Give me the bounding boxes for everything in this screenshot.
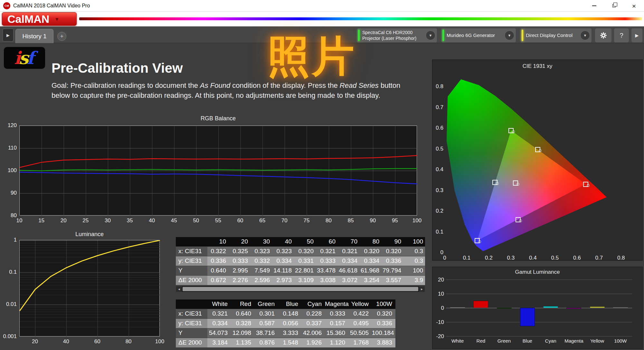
table-cell: 33.478	[317, 266, 339, 275]
x-axis-tick-label: 0	[439, 255, 450, 261]
meter-dropdown-button[interactable]: ▼	[426, 31, 435, 40]
category-label: Yellow	[586, 338, 609, 344]
table-header-row: 102030405060708090100	[176, 237, 425, 246]
y-axis-tick-label: 110	[3, 145, 17, 151]
table-cell: 12.098	[231, 328, 254, 338]
column-header: 50	[295, 237, 317, 246]
column-header: 60	[317, 237, 339, 246]
table-row: ΔE 20000.6722.2762.5962.9733.1093.0383.0…	[176, 275, 425, 285]
x-axis-tick-label: 80	[323, 217, 335, 224]
row-label: ΔE 2000	[176, 338, 207, 347]
row-label: y: CIE31	[176, 318, 207, 328]
help-button[interactable]: ?	[614, 28, 629, 43]
x-axis-tick-label: 40	[60, 338, 72, 345]
table-cell: 3.883	[372, 338, 395, 347]
x-axis-tick-label: 10	[14, 217, 25, 224]
collapse-panel-button[interactable]: ▶	[631, 28, 643, 43]
help-icon: ?	[620, 32, 623, 39]
isf-logo: i s f	[4, 47, 45, 69]
display-control-dropdown[interactable]: Direct Display Control ▼	[520, 28, 592, 43]
calman-logo-text: CalMAN	[7, 13, 49, 25]
display-status-indicator	[522, 30, 523, 41]
generator-status-indicator	[442, 30, 444, 41]
table-cell: 7.549	[251, 266, 273, 275]
row-label: x: CIE31	[176, 309, 207, 318]
x-axis-tick-label: 75	[301, 217, 312, 224]
tab-history-1[interactable]: History 1	[15, 29, 53, 43]
meter-dropdown[interactable]: SpectraCal C6 HDR2000 Projector (Laser P…	[357, 28, 437, 43]
gridline	[446, 336, 632, 336]
x-axis-tick-label: 25	[80, 217, 91, 224]
y-axis-tick-label: 0.2	[432, 208, 443, 214]
row-label: ΔE 2000	[176, 275, 207, 285]
scroll-left-button[interactable]: ◄	[176, 286, 182, 292]
rgb-balance-lines	[20, 126, 417, 216]
display-dropdown-button[interactable]: ▼	[580, 31, 590, 40]
table-cell: 3.254	[361, 275, 383, 285]
tab-scroll-button[interactable]: ▶	[3, 29, 14, 41]
scroll-right-button[interactable]: ►	[419, 286, 425, 292]
table-header-row: WhiteRedGreenBlueCyanMagentaYellow100W	[176, 299, 395, 309]
tab-label: History 1	[23, 33, 47, 40]
table-cell: 100	[404, 266, 425, 275]
table-cell: 1.120	[325, 338, 348, 347]
table-cell: 0.334	[207, 318, 231, 328]
measurement-point-green	[512, 130, 515, 133]
x-axis-tick-label: 35	[124, 217, 136, 224]
y-axis-tick-label: 0	[432, 249, 443, 256]
restore-icon	[612, 4, 616, 7]
table-scrollbar[interactable]: ◄ ►	[176, 286, 425, 292]
table-cell: 0.333	[325, 309, 348, 318]
table-row: y: CIE310.3340.3280.5870.0560.3370.1570.…	[176, 318, 395, 328]
column-header: 90	[383, 237, 404, 246]
table-cell: 0.332	[251, 256, 273, 266]
rainbow-strip	[79, 17, 642, 20]
table-cell: 1.135	[231, 338, 254, 347]
isf-letter-s: s	[19, 48, 26, 68]
y-axis-tick-label: 0	[432, 305, 444, 311]
y-axis-tick-label: 90	[3, 190, 17, 196]
goal-text-line2: below to capture the pre-calibration rea…	[52, 91, 380, 99]
settings-button[interactable]	[595, 28, 612, 43]
y-axis-tick-label: 0.001	[3, 333, 17, 340]
scroll-thumb[interactable]	[183, 287, 418, 291]
page-title: Pre-Calibration View	[52, 60, 183, 76]
add-tab-button[interactable]: +	[57, 32, 66, 41]
bar-100w	[613, 307, 628, 308]
table-cell: 0.333	[317, 256, 339, 266]
table-cell: 22.801	[295, 266, 317, 275]
restore-button[interactable]	[604, 0, 624, 12]
minimize-button[interactable]	[584, 0, 604, 12]
table-cell: 0.336	[372, 318, 395, 328]
y-axis-tick-label: 0.8	[432, 83, 443, 90]
table-cell: 0.331	[295, 256, 317, 266]
column-header: Magenta	[325, 299, 348, 309]
x-axis-tick-label: 0.8	[615, 255, 627, 261]
x-axis-tick-label: 60	[91, 338, 103, 345]
column-header: Yellow	[348, 299, 372, 309]
y-axis-tick-label: 0.4	[432, 166, 443, 173]
app-icon: CM	[3, 2, 10, 9]
table-cell: 0.301	[254, 309, 278, 318]
chevron-down-icon: ▼	[583, 33, 587, 37]
table-cell: 0.333	[229, 256, 251, 266]
generator-dropdown[interactable]: Murideo 6G Generator ▼	[441, 28, 516, 43]
generator-dropdown-button[interactable]: ▼	[505, 31, 514, 40]
column-header: 20	[229, 237, 251, 246]
table-cell: 2.596	[251, 275, 273, 285]
x-axis-tick-label: 60	[234, 217, 246, 224]
bar-blue	[520, 308, 535, 326]
y-axis-tick-label: -10	[432, 319, 444, 326]
table-cell: 0.640	[231, 309, 254, 318]
calman-menu-button[interactable]: CalMAN ▼	[2, 12, 77, 26]
table-row: x: CIE310.3220.3250.3230.3230.3200.3210.…	[176, 246, 425, 256]
goal-text: Goal: Pre-calibration readings to docume…	[52, 80, 431, 100]
close-button[interactable]: ×	[624, 0, 644, 12]
x-axis-tick-label: 0.4	[527, 255, 539, 261]
chart-title: CIE 1931 xy	[432, 63, 642, 69]
y-axis-tick-label: 0.01	[3, 301, 17, 308]
table-cell: 0.320	[372, 309, 395, 318]
table-cell: 0.148	[278, 309, 301, 318]
table-cell: 3.038	[317, 275, 339, 285]
minimize-icon	[592, 5, 596, 6]
